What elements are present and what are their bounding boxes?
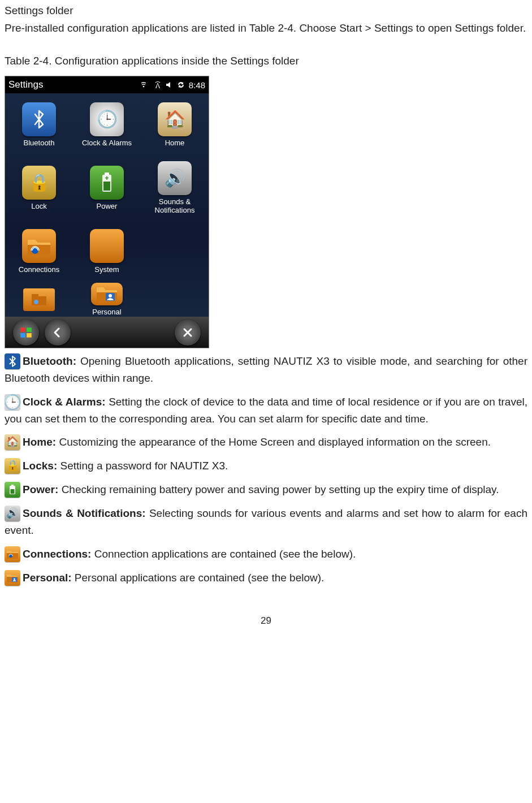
item-desc: Setting a password for NAUTIZ X3. [57,460,228,472]
item-title: Sounds & Notifications: [23,507,146,519]
table-title: Table 2-4. Configuration applications in… [5,53,527,69]
folder-icon [31,293,47,306]
desc-clock-alarms: 🕒Clock & Alarms: Setting the clock of de… [5,394,527,427]
item-title: Power: [23,483,58,495]
svg-rect-13 [20,333,25,338]
connections-folder-icon [22,229,56,263]
personal-folder-icon [5,570,20,586]
status-icons: 8:48 [141,79,205,92]
screen-title: Settings [8,77,43,92]
page-heading: Settings folder [5,2,527,19]
app-label: Power [94,202,120,211]
item-title: Connections: [23,548,91,560]
settings-screenshot: Settings 8:48 Bluetooth 🕒 Clo [5,76,209,348]
connections-folder-icon [5,546,20,562]
app-label: Clock & Alarms [80,139,134,148]
desc-connections: Connections: Connection applications are… [5,546,527,563]
svg-rect-14 [27,333,32,338]
volume-icon [165,81,173,89]
bluetooth-icon [22,102,56,136]
app-label: Connections [16,266,62,274]
app-label: Personal [90,308,123,317]
battery-icon [5,482,20,498]
app-bluetooth[interactable]: Bluetooth [5,93,73,157]
svg-point-5 [32,247,38,254]
desc-home: 🏠Home: Customizing the appearance of the… [5,434,527,451]
svg-text:+: + [105,174,109,182]
item-desc: Opening Bluetooth applications, setting … [5,355,527,384]
app-system[interactable]: System [73,220,141,283]
lock-icon: 🔒 [5,458,20,474]
item-title: Bluetooth: [23,355,76,367]
personal-folder-icon [91,283,123,305]
app-placeholder [5,283,73,317]
speaker-icon: 🔊 [158,161,192,195]
item-desc: Checking remaining battery power and sav… [58,483,499,495]
clock-icon: 🕒 [90,102,124,136]
app-label: Lock [29,202,49,211]
svg-rect-11 [20,327,25,332]
app-personal[interactable]: Personal [73,283,141,317]
desc-personal: Personal: Personal applications are cont… [5,569,527,586]
item-title: Clock & Alarms: [23,396,106,408]
app-sounds[interactable]: 🔊 Sounds & Notifications [141,157,209,220]
desc-power: Power: Checking remaining battery power … [5,481,527,498]
antenna-icon [154,81,162,89]
app-lock[interactable]: 🔒 Lock [5,157,73,220]
desc-bluetooth: Bluetooth: Opening Bluetooth application… [5,353,527,386]
desc-locks: 🔒Locks: Setting a password for NAUTIZ X3… [5,457,527,474]
svg-rect-17 [11,489,15,494]
item-desc: Personal applications are contained (see… [72,572,325,584]
system-folder-icon [90,229,124,263]
bluetooth-icon [5,353,20,369]
svg-rect-6 [32,296,46,305]
home-icon: 🏠 [158,102,192,136]
item-title: Locks: [23,460,57,472]
app-connections[interactable]: Connections [5,220,73,283]
desc-sounds: 🔊Sounds & Notifications: Selecting sound… [5,505,527,538]
sync-icon [176,81,185,89]
item-desc: Connection applications are contained (s… [91,548,356,560]
start-button[interactable] [13,320,39,346]
app-label: System [92,266,121,274]
app-power[interactable]: + Power [73,157,141,220]
svg-point-0 [142,86,144,88]
svg-rect-12 [27,327,32,332]
nav-bar [5,317,209,348]
status-bar: Settings 8:48 [5,76,209,93]
item-desc: Customizing the appearance of the Home S… [56,436,491,448]
signal-icon [141,81,150,89]
app-clock-alarms[interactable]: 🕒 Clock & Alarms [73,93,141,157]
clock-text: 8:48 [189,79,205,92]
svg-point-8 [34,300,38,304]
app-label: Home [163,139,187,148]
item-title: Personal: [23,572,72,584]
svg-rect-7 [32,294,38,297]
close-button[interactable] [175,320,201,346]
svg-rect-16 [11,485,14,486]
back-button[interactable] [45,320,71,346]
page-number: 29 [5,614,527,628]
speaker-icon: 🔊 [5,506,20,521]
lock-icon: 🔒 [22,166,56,200]
svg-rect-3 [103,182,110,191]
app-label: Bluetooth [21,139,57,148]
battery-icon: + [90,166,124,200]
app-label: Sounds & Notifications [141,198,209,215]
home-icon: 🏠 [5,434,20,450]
intro-text: Pre-installed configuration applications… [5,20,527,36]
svg-point-20 [14,578,15,580]
clock-icon: 🕒 [5,394,20,410]
app-home[interactable]: 🏠 Home [141,93,209,157]
svg-point-10 [109,294,112,297]
item-title: Home: [23,436,56,448]
